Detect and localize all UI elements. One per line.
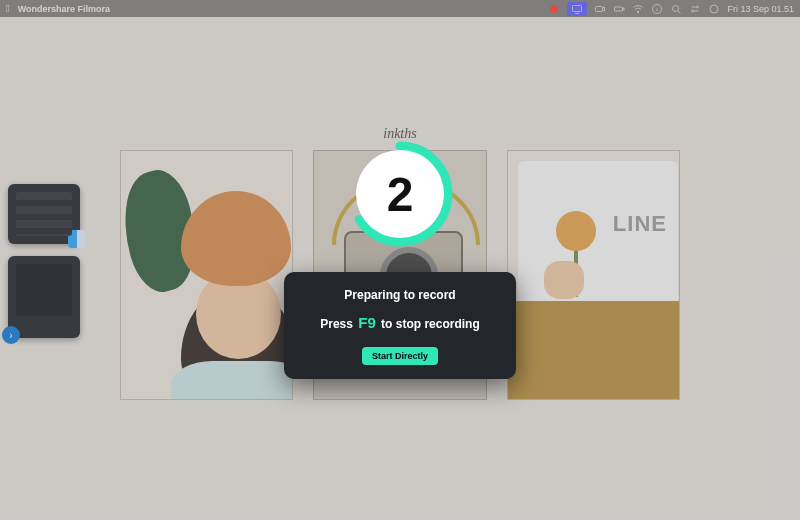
desktop:  Wondershare Filmora — [0, 0, 800, 520]
dialog-status-text: Preparing to record — [298, 288, 502, 302]
wallpaper-card-3: LINE — [507, 150, 680, 400]
start-directly-button[interactable]: Start Directly — [362, 347, 438, 365]
finder-icon — [68, 230, 86, 248]
screen-mirroring-icon[interactable] — [567, 2, 587, 16]
wallpaper-card-1 — [120, 150, 293, 400]
mac-menubar:  Wondershare Filmora — [0, 0, 800, 17]
svg-rect-3 — [623, 8, 624, 10]
recording-dialog: Preparing to record Press F9 to stop rec… — [284, 272, 516, 379]
camera-status-icon[interactable] — [594, 3, 606, 15]
control-center-icon[interactable] — [689, 3, 701, 15]
window-thumbnail-2[interactable]: › — [8, 256, 80, 338]
svg-point-4 — [638, 11, 639, 12]
wifi-icon[interactable] — [632, 3, 644, 15]
dialog-hotkey-hint: Press F9 to stop recording — [298, 314, 502, 331]
svg-rect-1 — [596, 6, 603, 11]
window-thumbnail-1[interactable] — [8, 184, 80, 244]
wallpaper-card-3-text: LINE — [613, 211, 667, 237]
svg-point-9 — [710, 5, 718, 13]
spotlight-search-icon[interactable] — [670, 3, 682, 15]
svg-point-6 — [673, 5, 679, 11]
filmora-app-icon: › — [2, 326, 20, 344]
battery-icon[interactable] — [613, 3, 625, 15]
hotkey-label: F9 — [356, 314, 378, 331]
record-indicator-icon[interactable] — [548, 3, 560, 15]
active-app-name[interactable]: Wondershare Filmora — [18, 4, 110, 14]
info-icon[interactable] — [651, 3, 663, 15]
svg-point-7 — [697, 6, 699, 8]
countdown-timer: 2 — [346, 140, 454, 248]
siri-icon[interactable] — [708, 3, 720, 15]
apple-menu-icon[interactable]:  — [6, 4, 10, 14]
svg-rect-2 — [615, 7, 623, 11]
svg-rect-0 — [573, 5, 582, 11]
countdown-number: 2 — [387, 167, 414, 222]
svg-point-8 — [692, 10, 694, 12]
menubar-clock[interactable]: Fri 13 Sep 01.51 — [727, 4, 794, 14]
